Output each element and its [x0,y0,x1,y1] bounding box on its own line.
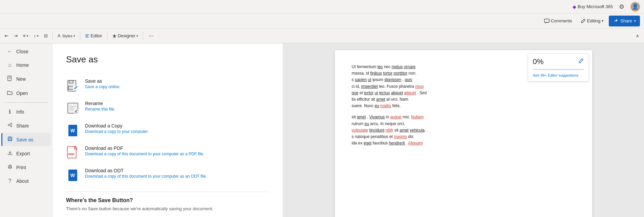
svg-rect-7 [8,139,11,140]
about-icon: ? [7,178,13,184]
where-save-desc: There's no Save button because we're aut… [66,206,269,211]
sidebar-item-print[interactable]: Print [1,161,51,174]
saveas-sidebar-icon [7,136,13,143]
svg-text:PDF: PDF [68,153,75,156]
editor-score-value: 0% [533,57,544,66]
download-odt-text: Download as ODT Download a copy of this … [85,168,207,179]
editor-panel: 0% See 99+ Editor suggestions [528,54,589,81]
share-button[interactable]: Share ▾ [609,16,640,26]
saveas-option-download-copy[interactable]: W Download a Copy Download a copy to you… [66,119,269,141]
svg-rect-15 [74,109,78,113]
open-icon [7,90,13,97]
comments-icon [544,18,550,24]
svg-rect-11 [69,80,73,83]
collapse-ribbon-button[interactable]: ∧ [634,31,641,41]
svg-rect-18 [67,146,76,158]
download-copy-icon: W [66,124,80,137]
export-icon [7,150,13,157]
editor-toolbar-icon [85,34,90,38]
align-button[interactable]: ≡ ▾ [21,31,30,41]
saveas-divider [66,192,269,192]
svg-text:W: W [70,128,75,133]
info-icon: ℹ [7,108,13,115]
editor-button[interactable]: Editor [83,31,104,41]
toolbar-separator-4 [143,32,143,40]
sidebar-item-info[interactable]: ℹ Info [1,105,51,118]
rename-text: Rename Rename this file. [85,101,115,112]
where-save-title: Where's the Save Button? [66,197,269,203]
editing-chevron-icon: ▾ [602,19,603,23]
sidebar-item-close[interactable]: ← Close [1,45,51,58]
line-spacing-button[interactable]: ↕ ▾ [32,31,41,41]
where-save-section: Where's the Save Button? There's no Save… [66,197,269,211]
styles-button[interactable]: A Styles ▾ [56,31,77,41]
saveas-option-download-pdf[interactable]: PDF Download as PDF Download a copy of t… [66,141,269,164]
sidebar-item-export[interactable]: Export [1,147,51,160]
avatar[interactable]: 👤 [630,2,640,12]
spacing-chevron-icon: ▾ [37,34,39,38]
print-icon [7,164,13,171]
editor-pencil-icon [578,58,584,66]
sidebar-item-about[interactable]: ? About [1,175,51,188]
pencil-toolbar-icon [580,18,586,24]
toolbar-separator-3 [107,32,107,40]
document-area: Ut fermentum leo nec metus ornare massa,… [283,43,644,217]
sidebar-item-share[interactable]: Share [1,119,51,132]
svg-rect-6 [9,137,11,138]
saveas-panel: Save as Save as Save a copy online. [52,43,283,217]
toolbar-separator-1 [52,32,53,40]
sidebar-item-open[interactable]: Open [1,86,51,100]
toolbar-separator-2 [80,32,80,40]
settings-button[interactable]: ⚙ [617,2,626,12]
saveas-option-download-odt[interactable]: W Download as ODT Download a copy of thi… [66,164,269,186]
editor-progress-bar [533,69,584,70]
more-options-button[interactable]: ··· [146,31,156,41]
sidebar: ← Close ⌂ Home New Open [0,43,52,217]
svg-rect-13 [73,85,78,90]
share-chevron-icon: ▾ [634,19,636,23]
svg-rect-0 [544,19,549,22]
svg-rect-9 [9,167,11,168]
close-sidebar-icon: ← [7,48,13,55]
share-sidebar-icon [7,122,13,129]
styles-chevron-icon: ▾ [73,34,75,38]
saveas-title: Save as [66,54,269,65]
designer-chevron-icon: ▾ [136,34,138,38]
main-area: ← Close ⌂ Home New Open [0,43,644,217]
indent-left-button[interactable]: ⇤ [3,31,10,41]
new-icon [7,76,13,82]
saveas-option-rename[interactable]: Rename Rename this file. [66,97,269,119]
document-page: Ut fermentum leo nec metus ornare massa,… [335,50,592,217]
svg-rect-5 [8,137,12,141]
svg-text:W: W [70,173,75,178]
sidebar-item-home[interactable]: ⌂ Home [1,59,51,72]
saveas-option-save-copy[interactable]: Save as Save a copy online. [66,74,269,97]
paragraph-spacing-button[interactable]: ⊟ [42,31,50,41]
editor-score-row: 0% [533,57,584,66]
save-copy-text: Save as Save a copy online. [85,78,121,89]
svg-point-2 [10,123,12,124]
download-odt-icon: W [66,169,80,182]
download-pdf-icon: PDF [66,146,80,160]
designer-toolbar-icon [112,34,117,38]
buy-ms365-link[interactable]: ◆ Buy Microsoft 365 [573,4,613,9]
home-icon: ⌂ [7,62,13,68]
top-bar-right: ◆ Buy Microsoft 365 ⚙ 👤 [573,2,640,12]
align-chevron-icon: ▾ [27,34,28,38]
editing-button[interactable]: Editing ▾ [578,16,606,26]
designer-button[interactable]: Designer ▾ [110,31,140,41]
share-icon [613,18,618,24]
download-copy-text: Download a Copy Download a copy to your … [85,123,149,134]
editor-suggestions-link[interactable]: See 99+ Editor suggestions [533,73,579,77]
sidebar-item-new[interactable]: New [1,72,51,86]
second-toolbar: Comments Editing ▾ Share ▾ [0,14,644,28]
indent-right-button[interactable]: ⇥ [12,31,20,41]
rename-icon [66,101,80,115]
third-toolbar: ⇤ ⇥ ≡ ▾ ↕ ▾ ⊟ A Styles ▾ Editor Designer… [0,28,644,43]
comments-button[interactable]: Comments [541,16,575,26]
top-bar: ◆ Buy Microsoft 365 ⚙ 👤 [0,0,644,14]
sidebar-item-saveas[interactable]: Save as [1,133,51,146]
save-copy-icon [66,79,80,93]
sidebar-divider-1 [4,102,48,103]
svg-point-4 [10,125,12,127]
